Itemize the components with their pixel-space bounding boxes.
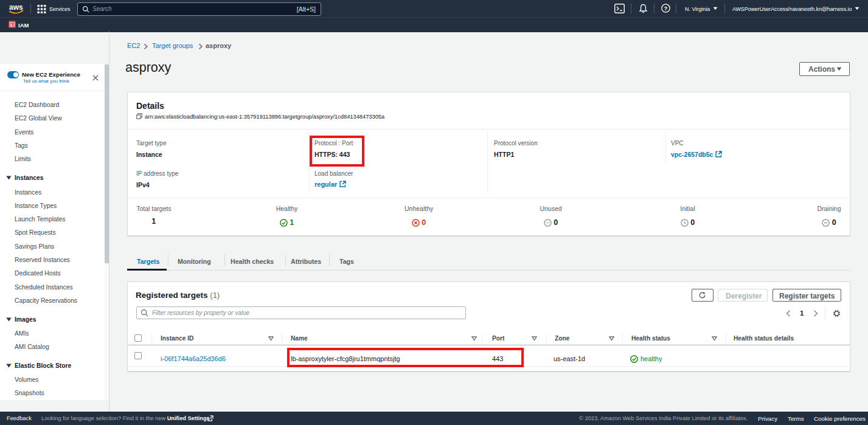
svg-text:?: ?	[664, 5, 668, 12]
svg-text:aws: aws	[9, 3, 23, 12]
